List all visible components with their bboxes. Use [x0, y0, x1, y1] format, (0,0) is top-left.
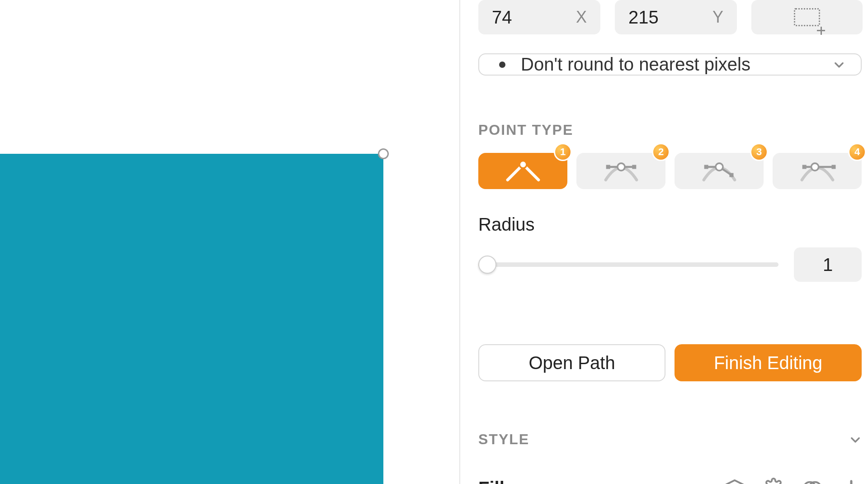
svg-point-9 [715, 163, 722, 171]
badge-3: 3 [750, 143, 768, 161]
layers-icon[interactable] [724, 478, 745, 484]
selected-shape[interactable] [0, 154, 383, 484]
y-value: 215 [628, 7, 659, 28]
point-type-straight-button[interactable]: 1 [478, 153, 567, 189]
badge-2: 2 [652, 143, 670, 161]
radius-label: Radius [478, 214, 862, 235]
svg-rect-8 [729, 173, 733, 177]
point-type-asymmetric-button[interactable]: 4 [773, 153, 862, 189]
svg-point-4 [617, 163, 624, 171]
badge-1: 1 [554, 143, 572, 161]
svg-point-13 [811, 163, 818, 171]
svg-rect-12 [831, 165, 835, 169]
point-type-mirrored-button[interactable]: 2 [576, 153, 665, 189]
radius-value: 1 [823, 255, 833, 275]
blend-icon[interactable] [802, 478, 823, 484]
point-type-asymmetric-icon [797, 158, 838, 184]
dot-icon [499, 62, 505, 68]
finish-editing-label: Finish Editing [714, 353, 822, 373]
x-unit-label: X [576, 8, 587, 27]
selection-rect-icon [794, 8, 820, 26]
chevron-down-icon[interactable] [849, 433, 862, 446]
y-unit-label: Y [712, 8, 723, 27]
rounding-selected-label: Don't round to nearest pixels [521, 54, 750, 75]
style-section-label: STYLE [478, 431, 529, 448]
point-type-straight-icon [503, 158, 543, 184]
open-path-button[interactable]: Open Path [478, 344, 665, 381]
y-position-field[interactable]: 215 Y [615, 0, 737, 34]
anchor-point[interactable] [378, 148, 389, 159]
chevron-down-icon [833, 58, 845, 71]
svg-rect-11 [802, 165, 806, 169]
radius-slider[interactable] [478, 262, 778, 267]
radius-value-field[interactable]: 1 [794, 247, 862, 282]
point-type-section-label: POINT TYPE [478, 122, 862, 138]
point-type-mirrored-icon [601, 158, 642, 184]
gear-icon[interactable] [763, 478, 784, 484]
finish-editing-button[interactable]: Finish Editing [675, 344, 862, 381]
open-path-label: Open Path [528, 353, 615, 373]
rounding-dropdown[interactable]: Don't round to nearest pixels [478, 53, 862, 76]
svg-rect-2 [606, 165, 610, 169]
slider-thumb-icon[interactable] [478, 256, 496, 274]
inspector-panel: 74 X 215 Y Don't round to nearest pixels… [459, 0, 868, 484]
svg-marker-14 [726, 480, 743, 484]
x-position-field[interactable]: 74 X [478, 0, 600, 34]
point-type-disconnected-button[interactable]: 3 [675, 153, 764, 189]
fills-section-label: Fills [478, 478, 514, 484]
svg-rect-3 [632, 165, 636, 169]
svg-point-0 [519, 161, 526, 168]
plus-icon[interactable] [841, 478, 862, 484]
bounds-selection-button[interactable] [751, 0, 863, 34]
svg-rect-7 [704, 165, 708, 169]
badge-4: 4 [848, 143, 866, 161]
point-type-disconnected-icon [699, 158, 740, 184]
x-value: 74 [492, 7, 512, 28]
canvas-area[interactable] [0, 0, 459, 484]
